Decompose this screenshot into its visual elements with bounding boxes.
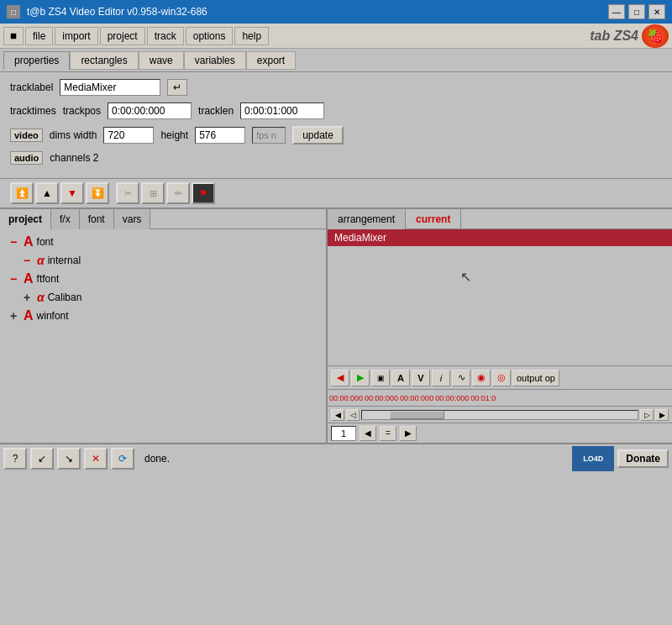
tree-item-font[interactable]: − A font xyxy=(7,233,319,251)
update-button[interactable]: update xyxy=(292,126,344,144)
tl-circle2-button[interactable]: ◎ xyxy=(492,370,511,386)
right-tab-bar: arrangement current xyxy=(328,209,672,229)
close-button[interactable]: ✕ xyxy=(648,4,665,19)
logo-icon: 🍓 xyxy=(642,24,669,48)
tl-rewind-button[interactable]: ◀ xyxy=(331,370,349,386)
tl-nav-left-button[interactable]: ◀ xyxy=(331,409,344,421)
tracklen-label: tracklen xyxy=(198,105,234,117)
tree-label-ftfont: ftfont xyxy=(37,273,60,285)
output-op-button[interactable]: output op xyxy=(512,370,559,386)
tree-expand-ftfont: − xyxy=(10,272,20,286)
lo4d-text: LO4D xyxy=(583,454,603,463)
donate-button[interactable]: Donate xyxy=(617,449,669,468)
trackpos-input[interactable] xyxy=(108,102,192,119)
tab-rectangles[interactable]: rectangles xyxy=(70,51,138,70)
fps-input[interactable] xyxy=(252,127,286,144)
media-mixer-bar: MediaMixer xyxy=(328,229,672,246)
tracklabel-label: tracklabel xyxy=(10,81,53,93)
system-menu-button[interactable]: ■ xyxy=(3,27,24,45)
help-button[interactable]: ? xyxy=(3,448,27,470)
tree-icon-caliban: α xyxy=(37,291,45,304)
tree-item-internal[interactable]: − α internal xyxy=(7,251,319,270)
tl-info-button[interactable]: i xyxy=(432,370,450,386)
tl-nav-right2-button[interactable]: ▶ xyxy=(655,409,669,421)
remove-button[interactable]: ✕ xyxy=(84,448,108,470)
help-menu[interactable]: help xyxy=(234,27,269,45)
left-tab-fx[interactable]: f/x xyxy=(51,209,80,229)
tree-expand-winfont: + xyxy=(10,309,20,323)
tl-nav-right-button[interactable]: ▷ xyxy=(640,409,654,421)
channels-label: channels 2 xyxy=(50,152,98,164)
tree-label-internal: internal xyxy=(48,255,81,266)
project-menu[interactable]: project xyxy=(100,27,145,45)
timeline-scrollbar[interactable] xyxy=(361,410,638,420)
page-back-button[interactable]: ◀ xyxy=(360,426,376,441)
refresh-button[interactable]: ⟳ xyxy=(111,448,134,470)
move-top-button[interactable]: ⏫ xyxy=(10,182,34,204)
tree-icon-font: A xyxy=(24,234,34,249)
bottom-split-area: project f/x font vars − A font − α inter… xyxy=(0,207,672,443)
system-menu-icon: ■ xyxy=(10,29,17,42)
tracklabel-enter-button[interactable]: ↵ xyxy=(167,79,187,96)
tab-export[interactable]: export xyxy=(246,51,296,70)
toolbar-row: ⏫ ▲ ▼ ⏬ ✂ ⊞ ✏ ⚑ xyxy=(0,178,672,207)
tl-play-button[interactable]: ▶ xyxy=(351,370,370,386)
tree-icon-ftfont: A xyxy=(24,271,34,286)
left-tab-font[interactable]: font xyxy=(80,209,114,229)
title-bar: □ t@b ZS4 Video Editor v0.958-win32-686 … xyxy=(0,0,672,24)
app-icon: □ xyxy=(7,5,20,18)
tracklen-input[interactable] xyxy=(240,102,324,119)
move-down-button[interactable]: ▼ xyxy=(60,182,84,204)
right-tab-current[interactable]: current xyxy=(406,209,461,229)
audio-tag: audio xyxy=(10,151,43,165)
tl-nav-left2-button[interactable]: ◁ xyxy=(346,409,360,421)
page-number: 1 xyxy=(331,426,356,441)
tab-properties[interactable]: properties xyxy=(3,51,70,70)
minimize-button[interactable]: — xyxy=(608,4,625,19)
tab-bar: properties rectangles wave variables exp… xyxy=(0,49,672,72)
tree-label-caliban: Caliban xyxy=(48,291,82,303)
video-dims-row: video dims width height update xyxy=(10,126,662,144)
options-menu[interactable]: options xyxy=(186,27,234,45)
tree-item-winfont[interactable]: + A winfont xyxy=(7,307,319,325)
tracklabel-input[interactable] xyxy=(60,79,160,96)
track-menu[interactable]: track xyxy=(147,27,184,45)
tl-wave-button[interactable]: ∿ xyxy=(452,370,470,386)
edit-button[interactable]: ✏ xyxy=(166,182,190,204)
timeline-controls: ◀ ▶ ▣ A V i ∿ ◉ ◎ output op xyxy=(328,365,672,389)
import-button[interactable]: ↙ xyxy=(30,448,54,470)
file-menu[interactable]: file xyxy=(25,27,53,45)
tree-item-caliban[interactable]: + α Caliban xyxy=(7,288,319,307)
right-content-area xyxy=(328,246,672,365)
tl-checkerboard-button[interactable]: ▣ xyxy=(371,370,390,386)
tl-a-button[interactable]: A xyxy=(391,370,410,386)
duplicate-button[interactable]: ⊞ xyxy=(141,182,165,204)
tracktimes-row: tracktimes trackpos tracklen xyxy=(10,102,662,119)
right-tab-arrangement[interactable]: arrangement xyxy=(328,209,406,229)
timeline-scroll-thumb xyxy=(390,411,445,419)
move-up-button[interactable]: ▲ xyxy=(35,182,59,204)
import-menu[interactable]: import xyxy=(55,27,97,45)
trackpos-label: trackpos xyxy=(63,105,101,117)
tree-item-ftfont[interactable]: − A ftfont xyxy=(7,270,319,288)
tree-label-font: font xyxy=(37,236,54,248)
height-label: height xyxy=(160,129,188,141)
tab-variables[interactable]: variables xyxy=(184,51,246,70)
export-button[interactable]: ↘ xyxy=(57,448,81,470)
status-text: done. xyxy=(144,453,170,465)
tl-v-button[interactable]: V xyxy=(412,370,430,386)
page-forward-button[interactable]: ▶ xyxy=(400,426,417,441)
flag-button[interactable]: ⚑ xyxy=(192,182,215,204)
page-equal-button[interactable]: = xyxy=(380,426,396,441)
left-tab-vars[interactable]: vars xyxy=(114,209,151,229)
menu-bar: ■ file import project track options help… xyxy=(0,24,672,49)
tab-wave[interactable]: wave xyxy=(139,51,184,70)
width-input[interactable] xyxy=(103,127,154,144)
maximize-button[interactable]: □ xyxy=(628,4,645,19)
tl-circle1-button[interactable]: ◉ xyxy=(472,370,491,386)
left-tab-project[interactable]: project xyxy=(0,209,51,229)
cut-button[interactable]: ✂ xyxy=(116,182,139,204)
move-bottom-button[interactable]: ⏬ xyxy=(86,182,109,204)
height-input[interactable] xyxy=(195,127,245,144)
media-mixer-label: MediaMixer xyxy=(334,232,386,244)
